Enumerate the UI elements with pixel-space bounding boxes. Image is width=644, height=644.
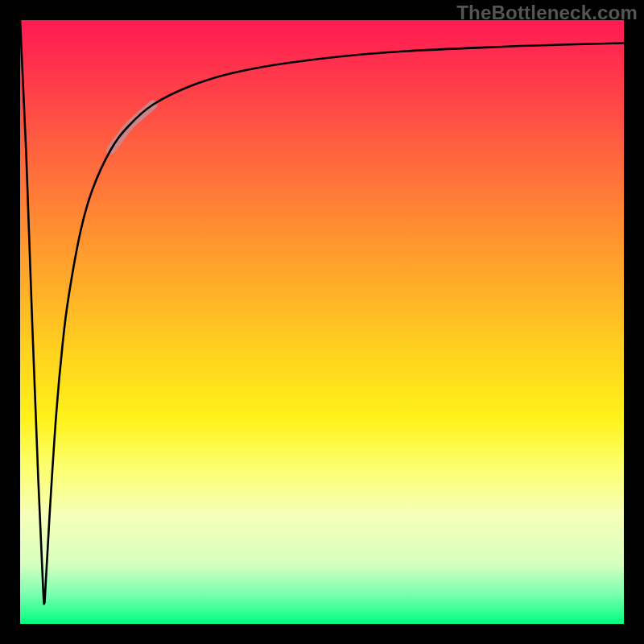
curve-svg	[20, 20, 624, 624]
chart-frame: TheBottleneck.com	[0, 0, 644, 644]
bottleneck-curve-path	[20, 20, 624, 604]
highlight-segment	[111, 105, 154, 150]
plot-area	[20, 20, 624, 624]
